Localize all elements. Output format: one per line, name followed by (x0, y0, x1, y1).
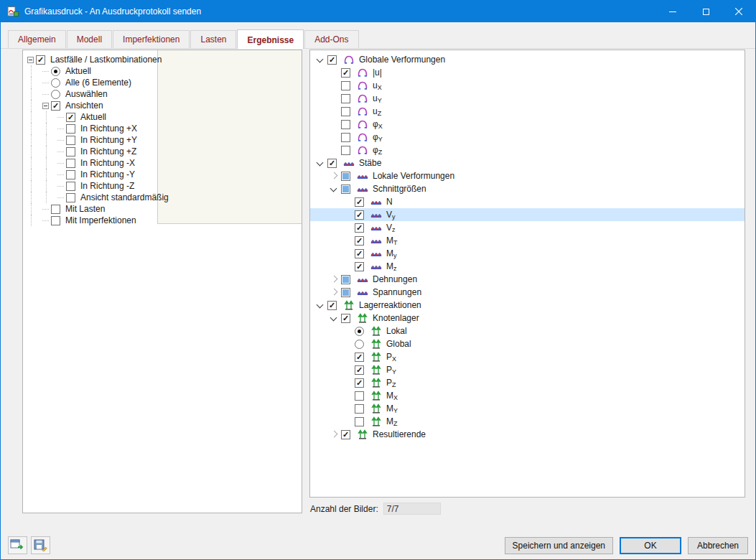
tree-item[interactable]: ✓Globale Verformungen (310, 53, 745, 66)
checkbox[interactable]: ✓ (51, 101, 60, 111)
checkbox[interactable] (355, 391, 364, 401)
tree-item[interactable]: ✓|u| (310, 66, 745, 79)
tree-item[interactable]: ✓PY (310, 363, 745, 376)
save-template-button[interactable] (31, 536, 50, 554)
tree-item[interactable]: ✓MT (310, 234, 745, 247)
tree-item[interactable]: In Richtung -Z (27, 180, 157, 192)
checkbox[interactable] (341, 275, 350, 284)
tree-item[interactable]: ✓Resultierende (310, 428, 745, 441)
checkbox[interactable] (341, 120, 350, 129)
checkbox[interactable] (341, 288, 350, 297)
checkbox[interactable] (66, 193, 75, 202)
chevron-right-icon[interactable] (328, 286, 340, 298)
tree-item[interactable]: ✓My (310, 247, 745, 260)
tree-item[interactable]: Lokal (310, 325, 745, 337)
tree-item[interactable]: ✓PX (310, 350, 745, 363)
checkbox[interactable]: ✓ (36, 55, 45, 65)
tab-modell[interactable]: Modell (67, 30, 112, 48)
checkbox[interactable] (355, 404, 364, 414)
tree-item[interactable]: ✓PZ (310, 376, 745, 389)
checkbox[interactable] (341, 185, 350, 194)
tree-item[interactable]: In Richtung -Y (27, 169, 157, 180)
checkbox[interactable] (66, 159, 75, 168)
tree-item[interactable]: ✓Ansichten (27, 100, 157, 111)
chevron-down-icon[interactable] (328, 312, 340, 324)
cancel-button[interactable]: Abbrechen (688, 537, 748, 554)
tab-allgemein[interactable]: Allgemein (8, 30, 66, 48)
maximize-button[interactable] (689, 1, 722, 22)
checkbox[interactable]: ✓ (355, 353, 364, 362)
radio-button[interactable] (51, 78, 60, 88)
chevron-right-icon[interactable] (328, 170, 340, 182)
tree-item[interactable]: MX (310, 389, 745, 402)
checkbox[interactable] (341, 133, 350, 142)
tree-item[interactable]: Mit Lasten (27, 203, 157, 215)
checkbox[interactable] (341, 94, 350, 103)
tree-item[interactable]: Global (310, 337, 745, 350)
tree-item[interactable]: ✓Knotenlager (310, 312, 745, 325)
minimize-button[interactable] (656, 1, 689, 22)
tree-item[interactable]: φY (310, 131, 745, 144)
tree-item[interactable]: In Richtung +Z (27, 146, 157, 157)
checkbox[interactable]: ✓ (327, 159, 337, 168)
tree-item[interactable]: In Richtung -X (27, 157, 157, 169)
tree-item[interactable]: φX (310, 118, 745, 131)
chevron-down-icon[interactable] (328, 183, 340, 195)
tree-item[interactable]: ✓Mz (310, 260, 745, 273)
checkbox[interactable]: ✓ (355, 223, 364, 233)
checkbox[interactable]: ✓ (66, 113, 75, 122)
tree-item[interactable]: Schnittgrößen (310, 182, 745, 195)
collapse-expander-icon[interactable] (27, 57, 34, 63)
checkbox[interactable] (51, 216, 60, 225)
tree-item[interactable]: Spannungen (310, 286, 745, 299)
save-and-show-button[interactable]: Speichern und anzeigen (505, 537, 613, 554)
tree-item[interactable]: uX (310, 79, 745, 92)
chevron-down-icon[interactable] (314, 299, 326, 311)
image-count-input[interactable] (383, 503, 441, 515)
checkbox[interactable] (341, 146, 350, 155)
checkbox[interactable] (66, 147, 75, 157)
tree-item[interactable]: Alle (6 Elemente) (27, 77, 157, 88)
tree-item[interactable]: ✓N (310, 195, 745, 208)
checkbox[interactable]: ✓ (341, 314, 350, 323)
ok-button[interactable]: OK (620, 537, 681, 554)
checkbox[interactable] (355, 417, 364, 426)
chevron-down-icon[interactable] (314, 157, 326, 169)
tree-item[interactable]: uZ (310, 105, 745, 118)
tree-item[interactable]: Ansicht standardmäßig (27, 192, 157, 203)
tree-item[interactable]: ✓Aktuell (27, 111, 157, 123)
tree-item[interactable]: uY (310, 92, 745, 105)
tree-item[interactable]: Dehnungen (310, 273, 745, 286)
chevron-right-icon[interactable] (328, 429, 340, 440)
checkbox[interactable]: ✓ (341, 68, 350, 78)
tree-item[interactable]: In Richtung +X (27, 123, 157, 134)
tree-item[interactable]: Auswählen (27, 88, 157, 100)
checkbox[interactable]: ✓ (355, 236, 364, 246)
tree-item[interactable]: In Richtung +Y (27, 134, 157, 146)
radio-button[interactable] (51, 90, 60, 99)
checkbox[interactable] (341, 81, 350, 90)
tab-imperfektionen[interactable]: Imperfektionen (113, 30, 190, 48)
checkbox[interactable]: ✓ (355, 249, 364, 258)
tree-item[interactable]: Mit Imperfektionen (27, 215, 157, 226)
checkbox[interactable] (66, 136, 75, 145)
radio-button[interactable] (51, 67, 60, 76)
close-button[interactable] (722, 1, 755, 22)
tree-item[interactable]: MY (310, 402, 745, 415)
checkbox[interactable] (66, 170, 75, 179)
tab-lasten[interactable]: Lasten (190, 30, 236, 48)
collapse-expander-icon[interactable] (42, 103, 49, 109)
tree-item[interactable]: φZ (310, 144, 745, 157)
send-to-report-button[interactable] (8, 536, 27, 554)
chevron-down-icon[interactable] (314, 54, 326, 65)
tab-ergebnisse[interactable]: Ergebnisse (237, 29, 304, 49)
tree-item[interactable]: ✓Vy (310, 208, 745, 221)
checkbox[interactable]: ✓ (355, 210, 364, 220)
checkbox[interactable]: ✓ (341, 430, 350, 439)
checkbox[interactable] (341, 107, 350, 116)
tree-item[interactable]: MZ (310, 415, 745, 428)
checkbox[interactable]: ✓ (327, 301, 337, 310)
checkbox[interactable] (51, 205, 60, 214)
checkbox[interactable]: ✓ (355, 197, 364, 207)
checkbox[interactable] (66, 124, 75, 134)
